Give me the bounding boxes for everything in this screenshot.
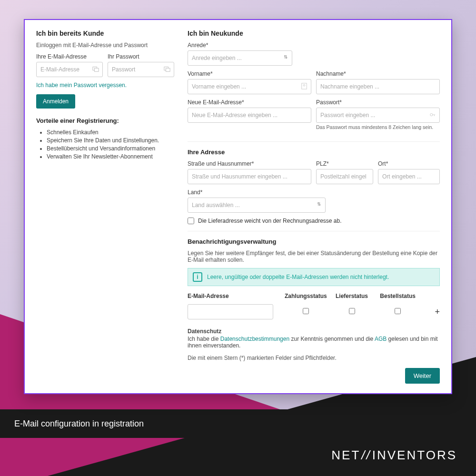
order-status-checkbox[interactable] (395, 308, 401, 314)
benefits-list: Schnelles Einkaufen Speichern Sie Ihre D… (36, 129, 174, 160)
terms-link[interactable]: AGB (375, 336, 387, 342)
login-column: Ich bin bereits Kunde Einloggen mit E-Ma… (36, 30, 174, 384)
list-item: Speichern Sie Ihre Daten und Einstellung… (47, 137, 174, 144)
forgot-password-link[interactable]: Ich habe mein Passwort vergessen. (36, 82, 127, 89)
notification-subtext: Legen Sie hier weitere Empfänger fest, d… (188, 250, 440, 263)
benefits-heading: Vorteile einer Registrierung: (36, 117, 174, 124)
zip-label: PLZ* (316, 160, 373, 167)
city-field[interactable] (378, 169, 440, 184)
delivery-status-checkbox[interactable] (349, 308, 355, 314)
contact-icon (301, 83, 307, 89)
new-email-field[interactable] (188, 108, 311, 123)
col-email: E-Mail-Adresse (188, 293, 283, 299)
privacy-policy-link[interactable]: Datenschutzbestimmungen (220, 336, 289, 342)
payment-status-checkbox[interactable] (303, 308, 309, 314)
register-column: Ich bin Neukunde Anrede* Anrede eingeben… (188, 30, 440, 384)
street-label: Straße und Hausnummer* (188, 160, 311, 167)
list-item: Bestellübersicht und Versandinformatione… (47, 145, 174, 152)
svg-rect-3 (166, 68, 170, 71)
notification-heading: Benachrichtigungsverwaltung (188, 238, 440, 245)
info-alert: i Leere, ungültige oder doppelte E-Mail-… (188, 268, 440, 286)
lastname-label: Nachname* (316, 70, 440, 77)
privacy-heading: Datenschutz (188, 328, 440, 335)
login-button[interactable]: Anmelden (36, 94, 75, 109)
autofill-icon (92, 66, 99, 72)
brand-logo: NET//INVENTORS (331, 448, 457, 463)
address-heading: Ihre Adresse (188, 149, 440, 156)
alert-text: Leere, ungültige oder doppelte E-Mail-Ad… (207, 274, 389, 280)
lastname-field[interactable] (316, 79, 440, 94)
autofill-icon (164, 66, 170, 72)
col-order: Bestellstatus (375, 293, 421, 299)
list-item: Schnelles Einkaufen (47, 129, 174, 136)
login-heading: Ich bin bereits Kunde (36, 30, 174, 37)
city-label: Ort* (378, 160, 440, 167)
login-subtext: Einloggen mit E-Mail-Adresse und Passwor… (36, 42, 174, 49)
table-row: + (188, 301, 440, 322)
salutation-select[interactable]: Anrede eingeben ... (188, 50, 292, 66)
email-label: Ihre E-Mail-Adresse (36, 53, 103, 60)
add-recipient-button[interactable]: + (435, 307, 440, 317)
diff-shipping-label: Die Lieferadresse weicht von der Rechnun… (198, 218, 342, 224)
firstname-label: Vorname* (188, 70, 311, 77)
recipient-email-field[interactable] (188, 304, 273, 319)
diff-shipping-checkbox[interactable] (188, 218, 194, 224)
caption-text: E-Mail configuration in registration (14, 419, 144, 429)
col-payment: Zahlungsstatus (283, 293, 329, 299)
col-delivery: Lieferstatus (329, 293, 375, 299)
info-icon: i (193, 272, 202, 282)
key-icon (429, 111, 436, 118)
svg-point-5 (303, 85, 305, 87)
new-password-label: Passwort* (316, 99, 440, 106)
svg-rect-1 (94, 68, 99, 71)
password-hint: Das Passwort muss mindestens 8 Zeichen l… (316, 124, 440, 130)
salutation-label: Anrede* (188, 42, 292, 49)
list-item: Verwalten Sie Ihr Newsletter-Abonnement (47, 153, 174, 160)
svg-point-6 (430, 113, 433, 116)
country-label: Land* (188, 189, 326, 196)
zip-field[interactable] (316, 169, 373, 184)
register-heading: Ich bin Neukunde (188, 30, 440, 37)
firstname-field[interactable] (188, 79, 311, 94)
continue-button[interactable]: Weiter (405, 368, 440, 384)
required-note: Die mit einem Stern (*) markierten Felde… (188, 355, 440, 361)
notification-table: E-Mail-Adresse Zahlungsstatus Lieferstat… (188, 291, 440, 322)
new-password-field[interactable] (316, 108, 440, 123)
country-select[interactable]: Land auswählen ... (188, 198, 326, 213)
password-label: Ihr Passwort (108, 53, 174, 60)
new-email-label: Neue E-Mail-Adresse* (188, 99, 311, 106)
street-field[interactable] (188, 169, 311, 184)
registration-card: Ich bin bereits Kunde Einloggen mit E-Ma… (24, 19, 452, 394)
caption-bar: E-Mail configuration in registration (0, 409, 295, 438)
